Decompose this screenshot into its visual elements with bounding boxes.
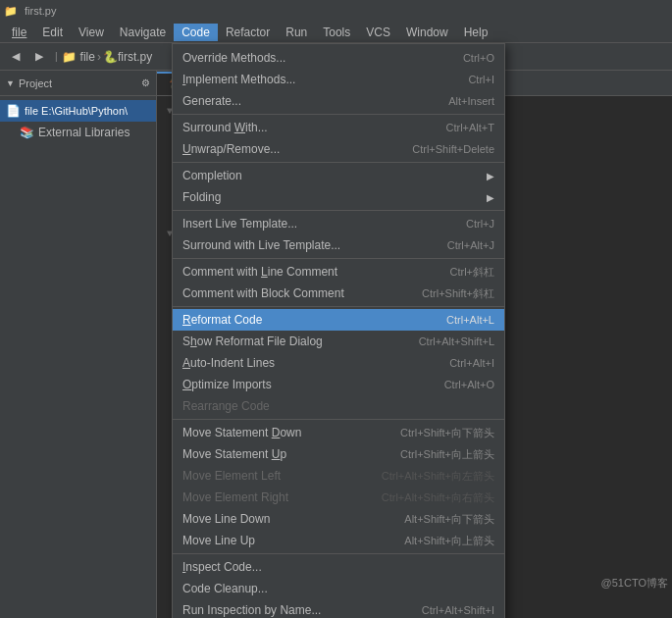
menu-window[interactable]: Window bbox=[398, 24, 456, 41]
run-inspection-shortcut: Ctrl+Alt+Shift+I bbox=[422, 604, 494, 616]
surround-live-template-label: Surround with Live Template... bbox=[182, 238, 340, 252]
menu-generate[interactable]: Generate... Alt+Insert bbox=[173, 90, 504, 112]
menu-run[interactable]: Run bbox=[278, 24, 315, 41]
surround-live-template-shortcut: Ctrl+Alt+J bbox=[447, 239, 494, 251]
surround-with-shortcut: Ctrl+Alt+T bbox=[445, 122, 494, 133]
menu-show-reformat-dialog[interactable]: Show Reformat File Dialog Ctrl+Alt+Shift… bbox=[173, 331, 504, 352]
comment-block-shortcut: Ctrl+Shift+斜杠 bbox=[422, 286, 494, 301]
insert-live-template-label: Insert Live Template... bbox=[182, 217, 297, 231]
move-element-left-shortcut: Ctrl+Alt+Shift+向左箭头 bbox=[382, 469, 494, 484]
sep-1 bbox=[173, 114, 504, 115]
menu-completion[interactable]: Completion ▶ bbox=[173, 165, 504, 186]
implement-methods-label: Implement Methods... bbox=[182, 73, 295, 86]
move-stmt-up-shortcut: Ctrl+Shift+向上箭头 bbox=[400, 447, 494, 462]
code-cleanup-label: Code Cleanup... bbox=[182, 582, 268, 595]
menu-move-stmt-down[interactable]: Move Statement Down Ctrl+Shift+向下箭头 bbox=[173, 422, 504, 443]
menu-implement-methods[interactable]: Implement Methods... Ctrl+I bbox=[173, 69, 504, 90]
menu-surround-live-template[interactable]: Surround with Live Template... Ctrl+Alt+… bbox=[173, 234, 504, 256]
menu-edit[interactable]: Edit bbox=[34, 24, 71, 41]
move-line-down-shortcut: Alt+Shift+向下箭头 bbox=[404, 512, 494, 527]
show-reformat-dialog-shortcut: Ctrl+Alt+Shift+L bbox=[419, 335, 494, 347]
menu-override-methods[interactable]: Override Methods... Ctrl+O bbox=[173, 47, 504, 69]
move-stmt-down-shortcut: Ctrl+Shift+向下箭头 bbox=[400, 426, 494, 440]
comment-line-shortcut: Ctrl+斜杠 bbox=[449, 265, 494, 280]
comment-block-label: Comment with Block Comment bbox=[182, 286, 344, 300]
menu-tools[interactable]: Tools bbox=[315, 24, 358, 41]
sep-7 bbox=[173, 553, 504, 554]
completion-label: Completion bbox=[182, 169, 242, 182]
code-dropdown-menu: Override Methods... Ctrl+O Implement Met… bbox=[172, 43, 505, 618]
menu-surround-with[interactable]: Surround With... Ctrl+Alt+T bbox=[173, 117, 504, 138]
auto-indent-label: Auto-Indent Lines bbox=[182, 356, 275, 370]
sep-6 bbox=[173, 419, 504, 420]
menu-move-element-right: Move Element Right Ctrl+Alt+Shift+向右箭头 bbox=[173, 487, 504, 508]
move-line-up-shortcut: Alt+Shift+向上箭头 bbox=[404, 534, 494, 548]
menu-code[interactable]: Code bbox=[174, 24, 218, 41]
sep-2 bbox=[173, 162, 504, 163]
auto-indent-shortcut: Ctrl+Alt+I bbox=[449, 357, 494, 369]
move-element-right-label: Move Element Right bbox=[182, 490, 288, 504]
folding-arrow: ▶ bbox=[487, 192, 494, 203]
menu-run-inspection[interactable]: Run Inspection by Name... Ctrl+Alt+Shift… bbox=[173, 599, 504, 618]
sep-3 bbox=[173, 210, 504, 211]
completion-arrow: ▶ bbox=[487, 171, 494, 181]
override-methods-shortcut: Ctrl+O bbox=[463, 52, 494, 64]
optimize-imports-label: Optimize Imports bbox=[182, 378, 272, 391]
menu-optimize-imports[interactable]: Optimize Imports Ctrl+Alt+O bbox=[173, 374, 504, 395]
reformat-code-label: Reformat Code bbox=[182, 313, 262, 327]
sep-5 bbox=[173, 306, 504, 307]
menu-auto-indent[interactable]: Auto-Indent Lines Ctrl+Alt+I bbox=[173, 352, 504, 374]
file-icon: 📁 bbox=[4, 5, 18, 17]
menu-bar: file Edit View Navigate Code Refactor Ru… bbox=[0, 22, 672, 43]
generate-shortcut: Alt+Insert bbox=[448, 95, 494, 107]
dropdown-overlay: Override Methods... Ctrl+O Implement Met… bbox=[0, 43, 672, 618]
title-bar: 📁 first.py bbox=[0, 0, 672, 22]
menu-file[interactable]: file bbox=[4, 24, 34, 41]
menu-reformat-code[interactable]: Reformat Code Ctrl+Alt+L bbox=[173, 309, 504, 331]
menu-inspect-code[interactable]: Inspect Code... bbox=[173, 556, 504, 578]
implement-methods-shortcut: Ctrl+I bbox=[468, 74, 494, 85]
menu-rearrange-code: Rearrange Code bbox=[173, 395, 504, 417]
menu-insert-live-template[interactable]: Insert Live Template... Ctrl+J bbox=[173, 213, 504, 234]
breadcrumb-filename: first.py bbox=[25, 5, 56, 17]
menu-comment-block[interactable]: Comment with Block Comment Ctrl+Shift+斜杠 bbox=[173, 283, 504, 304]
move-line-down-label: Move Line Down bbox=[182, 512, 270, 526]
menu-navigate[interactable]: Navigate bbox=[112, 24, 174, 41]
menu-help[interactable]: Help bbox=[456, 24, 496, 41]
menu-vcs[interactable]: VCS bbox=[358, 24, 398, 41]
folding-label: Folding bbox=[182, 190, 221, 204]
menu-comment-line[interactable]: Comment with Line Comment Ctrl+斜杠 bbox=[173, 261, 504, 283]
move-stmt-down-label: Move Statement Down bbox=[182, 426, 301, 439]
rearrange-code-label: Rearrange Code bbox=[182, 399, 270, 413]
show-reformat-dialog-label: Show Reformat File Dialog bbox=[182, 335, 323, 348]
title-text: 📁 first.py bbox=[4, 5, 56, 18]
inspect-code-label: Inspect Code... bbox=[182, 560, 262, 574]
override-methods-label: Override Methods... bbox=[182, 51, 285, 65]
menu-code-cleanup[interactable]: Code Cleanup... bbox=[173, 578, 504, 599]
move-stmt-up-label: Move Statement Up bbox=[182, 447, 286, 461]
menu-folding[interactable]: Folding ▶ bbox=[173, 186, 504, 208]
generate-label: Generate... bbox=[182, 94, 241, 108]
unwrap-shortcut: Ctrl+Shift+Delete bbox=[412, 143, 494, 155]
menu-unwrap[interactable]: Unwrap/Remove... Ctrl+Shift+Delete bbox=[173, 138, 504, 160]
surround-with-label: Surround With... bbox=[182, 121, 268, 134]
sep-4 bbox=[173, 258, 504, 259]
move-line-up-label: Move Line Up bbox=[182, 534, 255, 547]
menu-move-line-up[interactable]: Move Line Up Alt+Shift+向上箭头 bbox=[173, 530, 504, 551]
menu-move-stmt-up[interactable]: Move Statement Up Ctrl+Shift+向上箭头 bbox=[173, 443, 504, 465]
menu-move-line-down[interactable]: Move Line Down Alt+Shift+向下箭头 bbox=[173, 508, 504, 530]
menu-refactor[interactable]: Refactor bbox=[218, 24, 278, 41]
comment-line-label: Comment with Line Comment bbox=[182, 265, 337, 279]
move-element-left-label: Move Element Left bbox=[182, 469, 281, 483]
unwrap-label: Unwrap/Remove... bbox=[182, 142, 280, 156]
menu-view[interactable]: View bbox=[71, 24, 112, 41]
menu-move-element-left: Move Element Left Ctrl+Alt+Shift+向左箭头 bbox=[173, 465, 504, 487]
optimize-imports-shortcut: Ctrl+Alt+O bbox=[444, 379, 494, 390]
move-element-right-shortcut: Ctrl+Alt+Shift+向右箭头 bbox=[382, 490, 494, 505]
run-inspection-label: Run Inspection by Name... bbox=[182, 603, 321, 617]
insert-live-template-shortcut: Ctrl+J bbox=[466, 218, 494, 230]
reformat-code-shortcut: Ctrl+Alt+L bbox=[446, 314, 494, 326]
